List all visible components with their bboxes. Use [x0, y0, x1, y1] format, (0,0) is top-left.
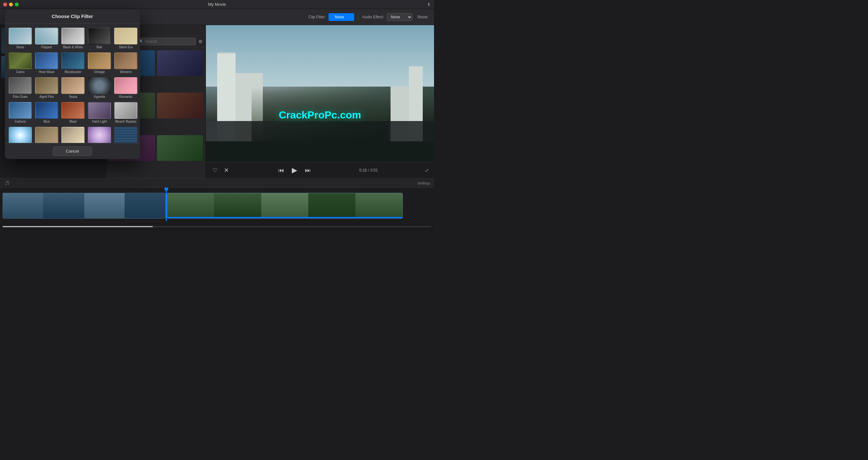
filter-item-noir[interactable]: Noir [87, 27, 112, 50]
filter-item-western[interactable]: Western [114, 52, 138, 75]
filter-label-blast: Blast [69, 120, 76, 124]
video-frame: CrackProPc.com [206, 25, 434, 162]
frame [261, 193, 308, 218]
filter-item-filmgrain[interactable]: Film Grain [8, 77, 32, 99]
timeline-track-area [3, 190, 431, 221]
frame [167, 193, 214, 218]
filter-thumb-agedfilm [35, 77, 58, 94]
skip-back-button[interactable]: ⏮ [277, 166, 285, 175]
frame [309, 193, 355, 218]
filter-thumb-western [114, 53, 137, 69]
filter-thumb-dreamy [88, 127, 111, 143]
filter-thumb-silent [114, 28, 137, 45]
clip-filter-label: Clip Filter: [309, 15, 326, 19]
transition-item[interactable] [157, 50, 203, 76]
skip-forward-button[interactable]: ⏭ [304, 166, 312, 175]
filter-item-oldworld[interactable]: Old World [34, 126, 59, 143]
filter-label-camo: Camo [16, 70, 25, 74]
filter-item-bw[interactable]: Black & White [61, 27, 85, 50]
playhead [166, 190, 167, 221]
filter-thumb-heatwave [35, 53, 58, 69]
timeline-content [0, 188, 434, 223]
filter-label-sepia: Sepia [69, 95, 77, 99]
filter-item-silent[interactable]: Silent Era [114, 27, 138, 50]
window-controls[interactable] [3, 3, 19, 6]
filter-label-none: None [17, 46, 24, 49]
play-button[interactable]: ▶ [290, 165, 299, 176]
scrubber-area [0, 223, 434, 230]
timeline-section: 🎵 Settings [0, 178, 434, 230]
filter-item-blue[interactable]: Blue [34, 102, 59, 124]
filter-label-silent: Silent Era [119, 46, 132, 49]
transition-item[interactable] [157, 93, 203, 118]
filter-thumb-cartoon [9, 102, 32, 119]
filter-item-dreamy[interactable]: Dreamy [87, 126, 112, 143]
watermark: CrackProPc.com [279, 109, 361, 121]
maximize-button[interactable] [15, 3, 19, 6]
filter-item-sepia[interactable]: Sepia [61, 77, 85, 99]
title-bar: My Movie ⬆ [0, 0, 434, 9]
filter-thumb-noir [88, 28, 111, 45]
frame [43, 193, 84, 218]
video-controls: ♡ ✕ ⏮ ▶ ⏭ 0:18 / 0:51 ⤢ [206, 162, 434, 178]
building-3 [409, 66, 423, 142]
building-4 [391, 87, 409, 141]
fullscreen-button[interactable]: ⤢ [425, 168, 429, 173]
clip-filter-section: Clip Filter: None Audio Effect: None Res… [309, 13, 430, 21]
filter-label-blue: Blue [43, 120, 50, 124]
filter-item-cartoon[interactable]: Cartoon [8, 102, 32, 124]
video-left-controls: ♡ ✕ [211, 166, 230, 175]
reject-button[interactable]: ✕ [223, 166, 230, 175]
clip-filter-modal: Choose Clip Filter NoneFlippedBlack & Wh… [5, 9, 140, 159]
cancel-button[interactable]: Cancel [53, 146, 92, 156]
title-bar-right: ⬆ [427, 2, 431, 7]
filter-item-flipped[interactable]: Flipped [34, 27, 59, 50]
timeline-clip-2[interactable] [167, 193, 403, 219]
transitions-search[interactable]: 🔍 [136, 38, 196, 46]
filter-label-agedfilm: Aged Film [39, 95, 54, 99]
minimize-button[interactable] [9, 3, 13, 6]
filter-item-vintage[interactable]: Vintage [87, 52, 112, 75]
filter-item-flashback[interactable]: Flashback [61, 126, 85, 143]
filter-item-blockbuster[interactable]: Blockbuster [61, 52, 85, 75]
frame [84, 193, 125, 218]
filter-item-camo[interactable]: Camo [8, 52, 32, 75]
filter-item-vignette[interactable]: Vignette [87, 77, 112, 99]
scrubber-fill [3, 226, 153, 227]
filter-item-raster[interactable]: Raster [114, 126, 138, 143]
timeline-clip-1[interactable] [3, 193, 166, 219]
filter-thumb-hardlight [88, 102, 111, 119]
reset-button[interactable]: Reset [415, 14, 430, 20]
filter-thumb-blockbuster [61, 53, 85, 69]
favorite-button[interactable]: ♡ [211, 166, 219, 175]
filter-thumb-sepia [61, 77, 85, 94]
filter-item-blast[interactable]: Blast [61, 102, 85, 124]
filter-thumb-bw [61, 28, 85, 45]
filter-item-bleach[interactable]: Bleach Bypass [114, 102, 138, 124]
window-title: My Movie [208, 2, 226, 7]
video-center-controls: ⏮ ▶ ⏭ [277, 165, 312, 176]
transition-item[interactable] [157, 135, 203, 161]
frame [125, 193, 165, 218]
close-button[interactable] [3, 3, 7, 6]
filter-thumb-flashback [61, 127, 85, 143]
filter-thumb-vignette [88, 77, 111, 94]
filter-item-none[interactable]: None [8, 27, 32, 50]
clip-filter-dropdown[interactable]: None [329, 13, 354, 21]
filter-thumb-bleach [114, 102, 137, 119]
filter-label-vintage: Vintage [94, 70, 105, 74]
filter-item-romantic[interactable]: Romantic [114, 77, 138, 99]
audio-effect-dropdown[interactable]: None [387, 13, 412, 21]
scrubber[interactable] [3, 226, 431, 227]
filter-item-heatwave[interactable]: Heat Wave [34, 52, 59, 75]
filter-item-agedfilm[interactable]: Aged Film [34, 77, 59, 99]
filter-thumb-filmgrain [9, 77, 32, 94]
timeline-icon-1[interactable]: 🎵 [4, 180, 10, 186]
search-input[interactable] [145, 39, 193, 44]
share-icon[interactable]: ⬆ [427, 2, 431, 7]
filter-item-glow[interactable]: Glow [8, 126, 32, 143]
filter-thumb-raster [114, 127, 137, 143]
settings-gear-icon[interactable]: ⚙ [198, 38, 203, 46]
filter-item-hardlight[interactable]: Hard Light [87, 102, 112, 124]
filter-label-cartoon: Cartoon [14, 120, 26, 124]
